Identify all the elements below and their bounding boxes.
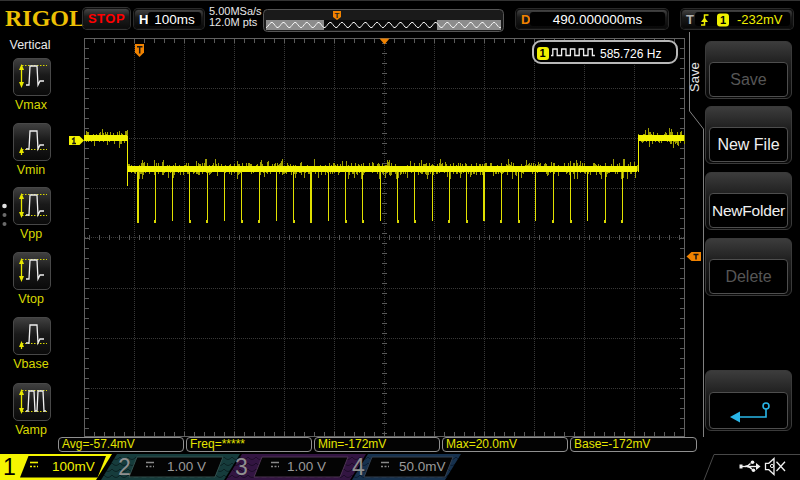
svg-text:-232mV: -232mV [737, 12, 783, 27]
svg-text:100mV: 100mV [52, 459, 95, 474]
svg-text:4: 4 [352, 454, 365, 480]
svg-text:3: 3 [235, 454, 248, 480]
svg-text:1.00 V: 1.00 V [287, 459, 326, 474]
svg-text:1: 1 [720, 13, 726, 25]
svg-text:2: 2 [118, 454, 131, 480]
svg-text:50.0mV: 50.0mV [399, 459, 446, 474]
svg-text:1.00 V: 1.00 V [167, 459, 206, 474]
svg-text:1: 1 [3, 454, 16, 480]
svg-text:T: T [335, 11, 340, 20]
